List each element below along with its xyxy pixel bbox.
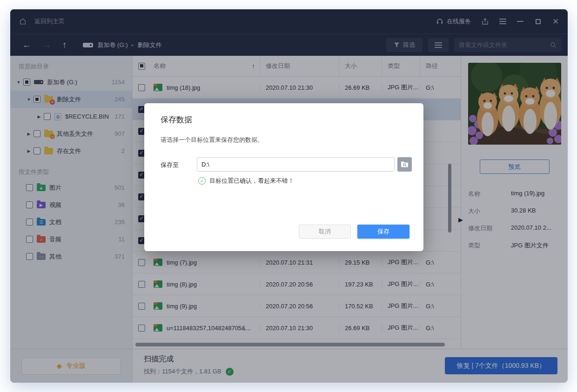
- location-confirmed-message: ✓ 目标位置已确认，看起来不错！: [198, 177, 294, 185]
- check-ring-icon: ✓: [198, 177, 206, 185]
- save-path-input[interactable]: [197, 157, 395, 172]
- save-to-label: 保存至: [161, 161, 179, 169]
- save-button[interactable]: 保存: [357, 225, 409, 239]
- dialog-title: 保存数据: [161, 114, 192, 125]
- confirm-text: 目标位置已确认，看起来不错！: [209, 177, 294, 185]
- folder-search-icon: [401, 161, 409, 168]
- dialog-description: 请选择一个目标位置来保存您的数据。: [161, 136, 263, 144]
- save-data-dialog: 保存数据 请选择一个目标位置来保存您的数据。 保存至 ✓ 目标位置已确认，看起来…: [144, 103, 423, 251]
- cancel-button[interactable]: 取消: [299, 225, 351, 239]
- browse-button[interactable]: [397, 157, 412, 172]
